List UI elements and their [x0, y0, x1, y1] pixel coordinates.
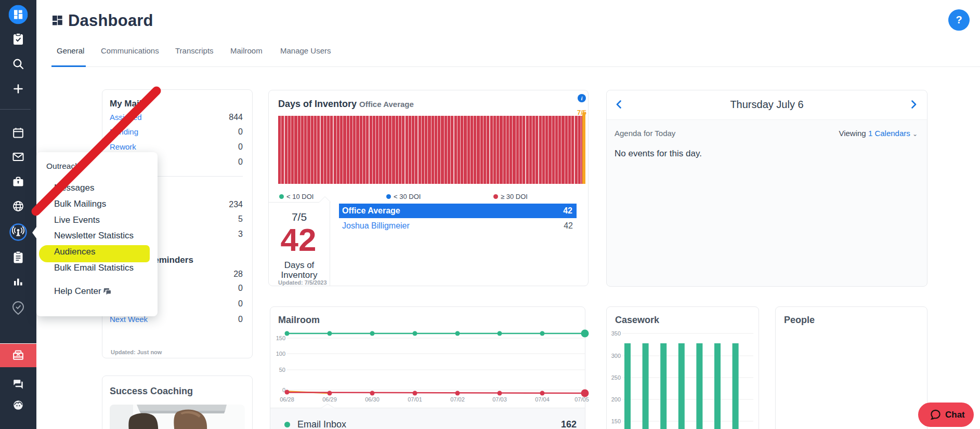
- svg-text:50: 50: [279, 367, 285, 373]
- svg-text:300: 300: [611, 353, 621, 359]
- svg-text:250: 250: [611, 374, 621, 381]
- svg-text:100: 100: [276, 351, 285, 357]
- svg-text:07/01: 07/01: [408, 396, 422, 403]
- svg-text:06/30: 06/30: [365, 396, 380, 403]
- svg-text:150: 150: [276, 335, 285, 341]
- svg-text:07/05: 07/05: [574, 396, 589, 403]
- svg-text:06/29: 06/29: [322, 396, 337, 403]
- svg-text:07/04: 07/04: [535, 396, 550, 403]
- svg-text:07/02: 07/02: [450, 396, 465, 403]
- svg-text:150: 150: [611, 418, 621, 424]
- svg-text:07/03: 07/03: [492, 396, 507, 403]
- svg-text:200: 200: [611, 396, 621, 403]
- svg-text:350: 350: [611, 330, 621, 337]
- svg-text:06/28: 06/28: [280, 396, 294, 403]
